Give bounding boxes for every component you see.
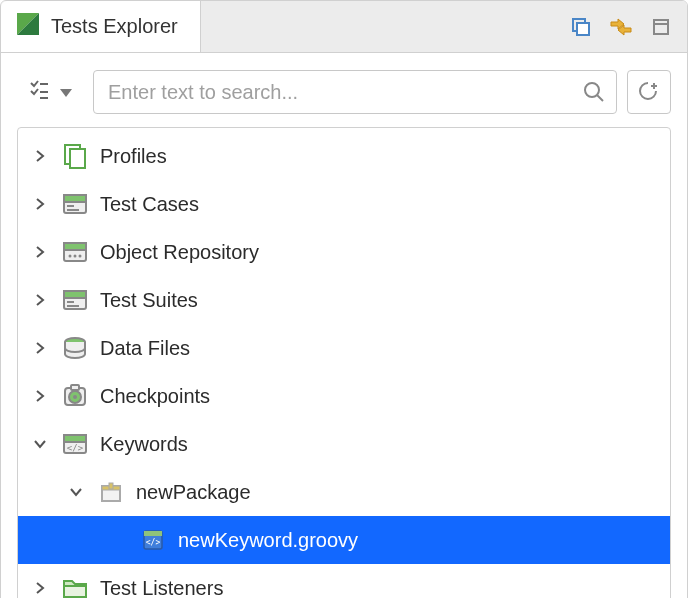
package-icon bbox=[96, 477, 126, 507]
svg-point-10 bbox=[585, 83, 599, 97]
checklist-icon bbox=[28, 78, 52, 106]
tree-item-checkpoints[interactable]: Checkpoints bbox=[18, 372, 670, 420]
tree-item-label: Checkpoints bbox=[100, 385, 210, 408]
svg-rect-41 bbox=[144, 531, 162, 536]
svg-rect-39 bbox=[109, 483, 113, 489]
chevron-right-icon[interactable] bbox=[30, 245, 50, 259]
svg-rect-43 bbox=[64, 586, 86, 597]
test-suites-icon bbox=[60, 285, 90, 315]
search-icon[interactable] bbox=[578, 76, 610, 108]
chevron-right-icon[interactable] bbox=[30, 149, 50, 163]
tree-item-label: newKeyword.groovy bbox=[178, 529, 358, 552]
data-files-icon bbox=[60, 333, 90, 363]
tree-item-label: Profiles bbox=[100, 145, 167, 168]
tree-item-test-cases[interactable]: Test Cases bbox=[18, 180, 670, 228]
svg-point-32 bbox=[73, 395, 77, 399]
tree-item-test-suites[interactable]: Test Suites bbox=[18, 276, 670, 324]
filter-dropdown[interactable] bbox=[17, 69, 83, 115]
app-logo-icon bbox=[15, 11, 41, 42]
svg-rect-4 bbox=[654, 20, 668, 34]
svg-point-22 bbox=[69, 255, 72, 258]
search-input[interactable] bbox=[108, 81, 578, 104]
svg-rect-15 bbox=[70, 149, 85, 168]
folder-icon bbox=[60, 573, 90, 598]
svg-point-24 bbox=[79, 255, 82, 258]
profiles-icon bbox=[60, 141, 90, 171]
tree-item-data-files[interactable]: Data Files bbox=[18, 324, 670, 372]
collapse-all-icon[interactable] bbox=[567, 13, 595, 41]
svg-rect-27 bbox=[67, 301, 74, 303]
groovy-file-icon: </> bbox=[138, 525, 168, 555]
tree-item-label: Data Files bbox=[100, 337, 190, 360]
tree-item-new-package[interactable]: newPackage bbox=[18, 468, 670, 516]
checkpoints-icon bbox=[60, 381, 90, 411]
svg-text:</>: </> bbox=[67, 443, 84, 453]
svg-marker-9 bbox=[60, 89, 72, 97]
chevron-right-icon[interactable] bbox=[30, 341, 50, 355]
svg-rect-18 bbox=[67, 205, 74, 207]
svg-rect-33 bbox=[71, 385, 79, 390]
svg-rect-19 bbox=[67, 209, 79, 211]
chevron-right-icon[interactable] bbox=[30, 389, 50, 403]
tree-item-object-repository[interactable]: Object Repository bbox=[18, 228, 670, 276]
chevron-down-icon[interactable] bbox=[30, 439, 50, 449]
tree-item-label: Object Repository bbox=[100, 241, 259, 264]
svg-rect-21 bbox=[64, 243, 86, 250]
tree-item-keywords[interactable]: </> Keywords bbox=[18, 420, 670, 468]
svg-text:</>: </> bbox=[146, 538, 161, 547]
refresh-add-button[interactable] bbox=[627, 70, 671, 114]
tests-explorer-panel: Tests Explorer bbox=[0, 0, 688, 598]
chevron-right-icon[interactable] bbox=[30, 197, 50, 211]
tree-item-profiles[interactable]: Profiles bbox=[18, 132, 670, 180]
svg-rect-17 bbox=[64, 195, 86, 202]
chevron-down-icon[interactable] bbox=[66, 487, 86, 497]
tree-item-label: Test Listeners bbox=[100, 577, 223, 599]
panel-title-tab[interactable]: Tests Explorer bbox=[1, 1, 201, 52]
tree-item-label: Keywords bbox=[100, 433, 188, 456]
tree-item-label: newPackage bbox=[136, 481, 251, 504]
svg-rect-28 bbox=[67, 305, 79, 307]
svg-rect-26 bbox=[64, 291, 86, 298]
search-toolbar bbox=[1, 53, 687, 127]
keywords-icon: </> bbox=[60, 429, 90, 459]
dropdown-caret-icon bbox=[60, 83, 72, 101]
minimize-panel-icon[interactable] bbox=[647, 13, 675, 41]
svg-rect-35 bbox=[64, 435, 86, 442]
tree-item-new-keyword-file[interactable]: </> newKeyword.groovy bbox=[18, 516, 670, 564]
test-cases-icon bbox=[60, 189, 90, 219]
search-field-wrap bbox=[93, 70, 617, 114]
panel-titlebar: Tests Explorer bbox=[1, 1, 687, 53]
svg-rect-3 bbox=[577, 23, 589, 35]
svg-point-23 bbox=[74, 255, 77, 258]
link-editor-icon[interactable] bbox=[607, 13, 635, 41]
panel-title: Tests Explorer bbox=[51, 15, 178, 38]
tree-item-test-listeners[interactable]: Test Listeners bbox=[18, 564, 670, 598]
chevron-right-icon[interactable] bbox=[30, 581, 50, 595]
svg-line-11 bbox=[597, 95, 603, 101]
tree-item-label: Test Suites bbox=[100, 289, 198, 312]
tree-item-label: Test Cases bbox=[100, 193, 199, 216]
object-repo-icon bbox=[60, 237, 90, 267]
chevron-right-icon[interactable] bbox=[30, 293, 50, 307]
tree-view: Profiles Test Cases Object Repository Te… bbox=[17, 127, 671, 598]
panel-title-actions bbox=[567, 13, 687, 41]
